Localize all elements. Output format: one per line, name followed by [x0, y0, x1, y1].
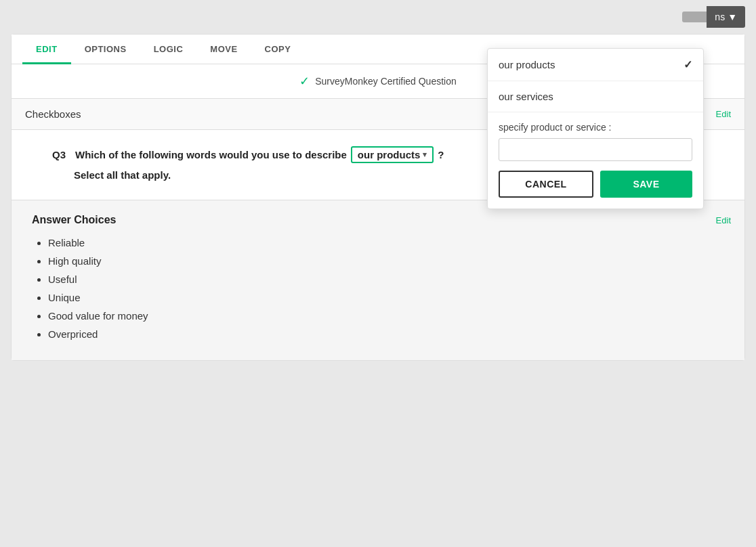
- popup-buttons: CANCEL SAVE: [499, 171, 692, 198]
- answer-choices-header: Answer Choices Edit: [32, 214, 731, 226]
- inline-dropdown-arrow: ▾: [423, 150, 427, 159]
- specify-section: specify product or service : CANCEL SAVE: [488, 112, 703, 209]
- specify-input[interactable]: [499, 138, 692, 161]
- answer-choices-edit-link[interactable]: Edit: [716, 215, 731, 225]
- tab-options[interactable]: OPTIONS: [71, 35, 140, 64]
- dropdown-option-services[interactable]: our services: [488, 81, 703, 112]
- certified-text: SurveyMonkey Certified Question: [315, 76, 457, 87]
- check-icon: ✓: [684, 58, 692, 71]
- dropdown-option-label: our products: [499, 59, 555, 70]
- question-type-label: Checkboxes: [25, 108, 81, 120]
- tab-copy[interactable]: COPY: [251, 35, 305, 64]
- inline-dropdown[interactable]: our products ▾: [351, 146, 434, 163]
- ns-dropdown[interactable]: ns ▼: [707, 6, 745, 28]
- list-item: High quality: [48, 255, 731, 267]
- dropdown-option-label: our services: [499, 91, 553, 102]
- list-item: Good value for money: [48, 310, 731, 322]
- certified-icon: ✓: [299, 74, 310, 89]
- ns-tab: [682, 12, 707, 22]
- answer-choices-title: Answer Choices: [32, 214, 116, 226]
- ns-arrow: ▼: [728, 12, 737, 22]
- list-item: Useful: [48, 274, 731, 285]
- answer-choices-section: Answer Choices Edit Reliable High qualit…: [12, 200, 744, 360]
- specify-label: specify product or service :: [499, 122, 692, 133]
- inline-dropdown-value: our products: [358, 149, 421, 160]
- tab-move[interactable]: MOVE: [196, 35, 251, 64]
- question-subtext: Select all that apply.: [74, 169, 171, 181]
- list-item: Unique: [48, 292, 731, 303]
- ns-controls: ns ▼: [682, 6, 745, 28]
- dropdown-option-products[interactable]: our products ✓: [488, 49, 703, 81]
- top-bar: ns ▼: [0, 0, 756, 34]
- tab-edit[interactable]: EDIT: [22, 35, 71, 64]
- tab-logic[interactable]: LOGIC: [140, 35, 197, 64]
- question-text-after: ?: [438, 147, 444, 163]
- ns-label: ns: [715, 12, 725, 22]
- list-item: Overpriced: [48, 328, 731, 340]
- save-button[interactable]: SAVE: [600, 171, 692, 198]
- cancel-button[interactable]: CANCEL: [499, 171, 593, 198]
- question-type-edit-link[interactable]: Edit: [716, 109, 731, 119]
- question-text-before: Which of the following words would you u…: [75, 147, 347, 163]
- question-number: Q3: [52, 149, 66, 160]
- list-item: Reliable: [48, 237, 731, 248]
- main-card: EDIT OPTIONS LOGIC MOVE COPY ✓ SurveyMon…: [11, 34, 745, 361]
- choices-list: Reliable High quality Useful Unique Good…: [32, 237, 731, 340]
- dropdown-popup: our products ✓ our services specify prod…: [487, 48, 704, 209]
